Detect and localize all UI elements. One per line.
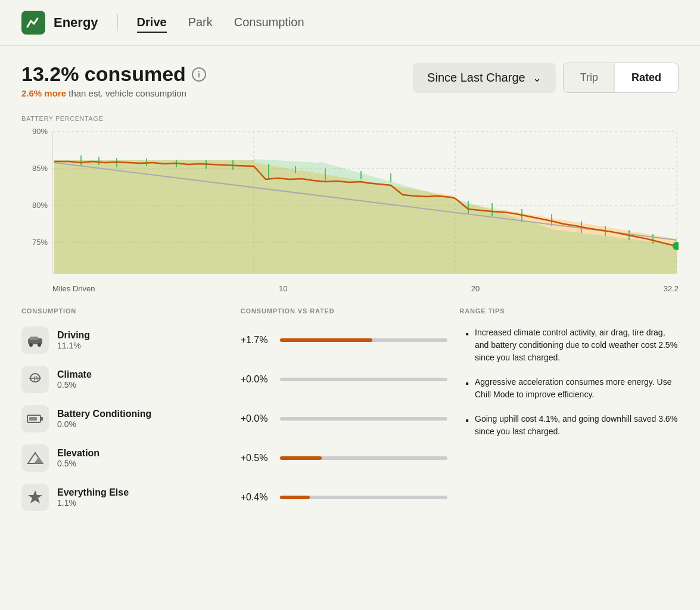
- cvr-pct-climate: +0.0%: [241, 374, 272, 385]
- x-label-10: 10: [279, 284, 287, 293]
- main-content: 13.2% consumed i 2.6% more than est. veh…: [0, 46, 700, 528]
- list-item: +0.4%: [241, 484, 448, 511]
- battery-chart-svg: 90% 85% 80% 75%: [21, 126, 679, 281]
- cvr-pct-else: +0.4%: [241, 492, 272, 503]
- cvr-pct-elevation: +0.5%: [241, 453, 272, 463]
- battery-conditioning-value: 0.0%: [57, 419, 151, 429]
- x-label-322: 32.2: [664, 284, 679, 293]
- elevation-info: Elevation 0.5%: [57, 448, 99, 468]
- svg-marker-14: [54, 159, 677, 273]
- list-item: Everything Else 1.1%: [21, 484, 241, 511]
- svg-point-39: [29, 343, 33, 347]
- svg-rect-44: [29, 417, 37, 421]
- chevron-down-icon: ⌄: [533, 71, 542, 85]
- dropdown-label: Since Last Charge: [427, 71, 525, 85]
- cvr-section-title: CONSUMPTION VS RATED: [241, 307, 460, 315]
- svg-text:75%: 75%: [32, 238, 48, 247]
- svg-marker-47: [28, 490, 42, 503]
- bullet-icon: ▪: [465, 376, 469, 401]
- list-item: +1.7%: [241, 326, 448, 354]
- driving-icon: [21, 326, 49, 354]
- svg-marker-46: [34, 457, 43, 463]
- climate-value: 0.5%: [57, 380, 92, 390]
- battery-conditioning-name: Battery Conditioning: [57, 409, 151, 419]
- driving-value: 11.1%: [57, 341, 90, 350]
- climate-name: Climate: [57, 369, 92, 380]
- cvr-bar-bg-battery: [280, 417, 448, 421]
- everything-else-value: 1.1%: [57, 498, 129, 508]
- cvr-pct-battery: +0.0%: [241, 413, 272, 424]
- svg-text:85%: 85%: [32, 164, 48, 173]
- top-controls: 13.2% consumed i 2.6% more than est. veh…: [21, 63, 679, 98]
- range-tip-text-1: Increased climate control activity, air …: [475, 326, 679, 364]
- list-item: +0.0%: [241, 366, 448, 393]
- consumed-more: 2.6% more: [21, 88, 66, 98]
- list-item: Battery Conditioning 0.0%: [21, 405, 241, 432]
- trip-toggle-button[interactable]: Trip: [564, 63, 615, 92]
- battery-conditioning-icon: [21, 405, 49, 432]
- list-item: +0.0%: [241, 405, 448, 432]
- consumed-percentage: 13.2% consumed: [21, 63, 186, 86]
- app-title: Energy: [54, 15, 98, 30]
- range-tip-item: ▪ Going uphill cost 4.1%, and going down…: [465, 413, 679, 438]
- nav-bar: Energy Drive Park Consumption: [0, 0, 700, 46]
- list-item: Elevation 0.5%: [21, 444, 241, 472]
- bottom-sections: CONSUMPTION Driving 11.1%: [21, 307, 679, 511]
- elevation-name: Elevation: [57, 448, 99, 459]
- bullet-icon: ▪: [465, 413, 469, 438]
- cvr-bar-bg-driving: [280, 338, 448, 342]
- battery-conditioning-info: Battery Conditioning 0.0%: [57, 409, 151, 429]
- consumed-subtitle-post: than est. vehicle consumption: [69, 88, 186, 98]
- nav-tab-consumption[interactable]: Consumption: [234, 13, 304, 33]
- list-item: Driving 11.1%: [21, 326, 241, 354]
- trip-rated-toggle: Trip Rated: [563, 63, 679, 93]
- svg-text:90%: 90%: [32, 127, 48, 136]
- x-label-miles: Miles Driven: [52, 284, 95, 293]
- cvr-bar-bg-elevation: [280, 456, 448, 460]
- x-label-20: 20: [471, 284, 480, 293]
- svg-point-40: [38, 343, 41, 347]
- range-tip-item: ▪ Increased climate control activity, ai…: [465, 326, 679, 364]
- cvr-bar-bg-else: [280, 496, 448, 499]
- nav-tab-drive[interactable]: Drive: [137, 13, 167, 33]
- svg-rect-43: [41, 417, 43, 421]
- rated-toggle-button[interactable]: Rated: [615, 63, 678, 92]
- elevation-icon: [21, 444, 49, 472]
- consumption-section: CONSUMPTION Driving 11.1%: [21, 307, 241, 511]
- everything-else-icon: [21, 484, 49, 511]
- range-tips-list: ▪ Increased climate control activity, ai…: [459, 326, 679, 438]
- nav-tab-park[interactable]: Park: [188, 13, 213, 33]
- elevation-value: 0.5%: [57, 459, 99, 468]
- chart-area: 90% 85% 80% 75%: [21, 126, 679, 281]
- consumed-title: 13.2% consumed i: [21, 63, 206, 86]
- cvr-bar-fill-else: [280, 496, 310, 499]
- driving-name: Driving: [57, 330, 90, 341]
- nav-divider: [117, 14, 118, 31]
- driving-info: Driving 11.1%: [57, 330, 90, 350]
- everything-else-info: Everything Else 1.1%: [57, 487, 129, 508]
- cvr-bar-bg-climate: [280, 378, 448, 381]
- cvr-list: +1.7% +0.0% +0.0%: [241, 326, 460, 511]
- nav-tabs: Drive Park Consumption: [137, 13, 304, 33]
- since-last-charge-dropdown[interactable]: Since Last Charge ⌄: [413, 63, 556, 93]
- chart-container: BATTERY PERCENTAGE 90% 85% 80% 75%: [21, 115, 679, 293]
- cvr-section: CONSUMPTION VS RATED +1.7% +0.0% +0.0%: [241, 307, 460, 511]
- chart-x-axis: Miles Driven 10 20 32.2: [21, 281, 679, 293]
- everything-else-name: Everything Else: [57, 487, 129, 498]
- info-icon[interactable]: i: [192, 67, 206, 82]
- chart-y-axis-label: BATTERY PERCENTAGE: [21, 115, 679, 122]
- consumed-section: 13.2% consumed i 2.6% more than est. veh…: [21, 63, 206, 98]
- consumption-list: Driving 11.1% Climate 0.5%: [21, 326, 241, 511]
- cvr-pct-driving: +1.7%: [241, 335, 272, 346]
- range-tip-item: ▪ Aggressive acceleration consumes more …: [465, 376, 679, 401]
- bullet-icon: ▪: [465, 327, 469, 364]
- controls-right: Since Last Charge ⌄ Trip Rated: [413, 63, 679, 93]
- climate-icon: [21, 366, 49, 393]
- cvr-bar-fill-driving: [280, 338, 372, 342]
- consumed-subtitle: 2.6% more than est. vehicle consumption: [21, 88, 206, 98]
- climate-info: Climate 0.5%: [57, 369, 92, 390]
- svg-rect-38: [30, 337, 38, 340]
- cvr-bar-fill-elevation: [280, 456, 322, 460]
- app-logo: [21, 11, 45, 35]
- list-item: Climate 0.5%: [21, 366, 241, 393]
